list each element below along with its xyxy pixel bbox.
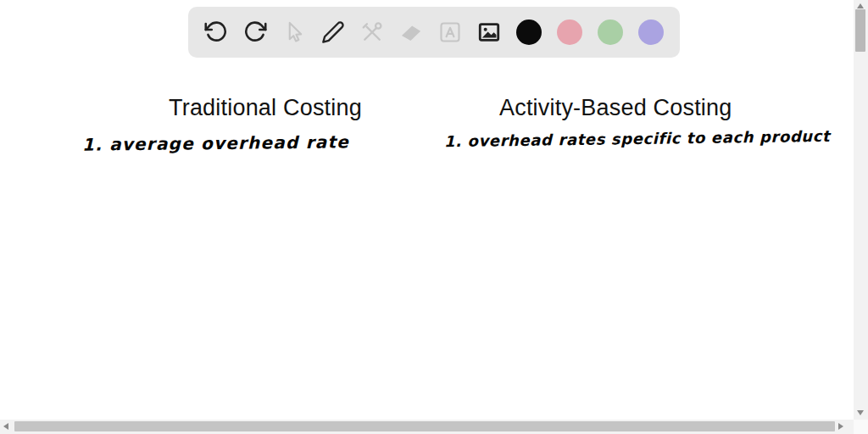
scroll-left-arrow-icon[interactable] <box>3 423 8 430</box>
scroll-right-arrow-icon[interactable] <box>838 423 843 430</box>
cursor-icon <box>282 20 306 44</box>
tools-button[interactable] <box>360 20 384 44</box>
vertical-scrollbar[interactable] <box>854 0 868 420</box>
image-tool-button[interactable] <box>477 20 501 44</box>
drawing-toolbar <box>188 7 680 58</box>
horizontal-scrollbar-thumb[interactable] <box>14 421 835 431</box>
scrollbar-corner <box>854 420 868 434</box>
scroll-up-arrow-icon[interactable] <box>857 3 864 8</box>
redo-button[interactable] <box>243 20 267 44</box>
column-title-activity-based-costing: Activity-Based Costing <box>499 95 732 121</box>
undo-icon <box>204 20 228 44</box>
cursor-tool-button[interactable] <box>282 20 306 44</box>
horizontal-scrollbar[interactable] <box>0 420 854 434</box>
vertical-scrollbar-thumb[interactable] <box>855 9 865 52</box>
image-icon <box>477 20 501 44</box>
tools-icon <box>360 20 384 44</box>
handwritten-note-traditional: 1. average overhead rate <box>82 131 349 154</box>
redo-icon <box>243 20 267 44</box>
pencil-icon <box>321 20 345 44</box>
handwritten-note-activity-based: 1. overhead rates specific to each produ… <box>444 127 830 150</box>
text-icon <box>438 20 462 44</box>
whiteboard-canvas[interactable]: Traditional Costing Activity-Based Costi… <box>0 0 868 434</box>
pencil-tool-button[interactable] <box>321 20 345 44</box>
color-swatch-pink[interactable] <box>557 19 582 45</box>
color-swatch-purple[interactable] <box>638 19 664 45</box>
column-title-traditional-costing: Traditional Costing <box>169 95 362 121</box>
undo-button[interactable] <box>204 20 228 44</box>
eraser-tool-button[interactable] <box>399 20 423 44</box>
color-swatch-black[interactable] <box>516 19 542 45</box>
eraser-icon <box>399 20 423 44</box>
color-swatch-green[interactable] <box>598 19 623 45</box>
text-tool-button[interactable] <box>438 20 462 44</box>
scroll-down-arrow-icon[interactable] <box>857 410 864 415</box>
